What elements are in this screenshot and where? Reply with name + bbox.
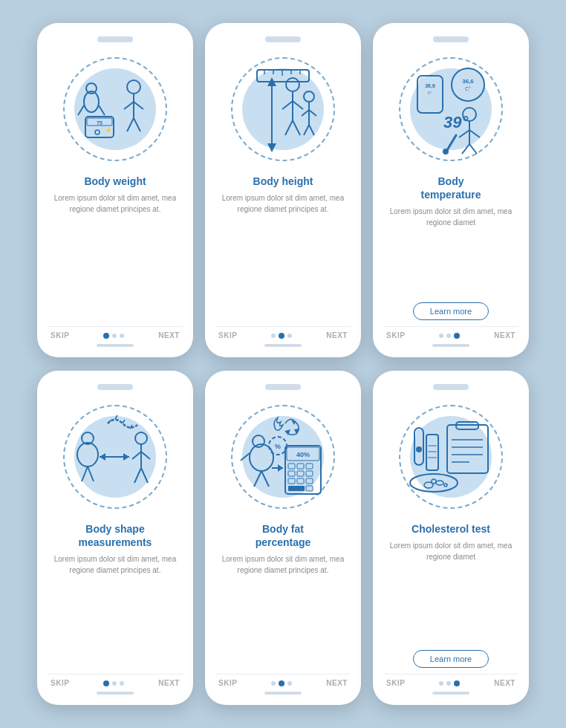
next-button-4[interactable]: NEXT [326, 679, 348, 687]
svg-point-9 [127, 80, 140, 94]
cholesterol-test-icon [403, 409, 499, 505]
svg-point-24 [286, 78, 299, 91]
icon-area-body-weight: 75 ⚡ [56, 50, 175, 169]
card-body-text-body-height: Lorem ipsum dolor sit dim amet, mea regi… [215, 192, 351, 326]
skip-button-4[interactable]: SKIP [218, 679, 237, 687]
svg-marker-64 [123, 453, 129, 461]
svg-line-86 [261, 471, 269, 487]
svg-line-54 [82, 467, 88, 481]
dots-1 [271, 333, 292, 339]
svg-rect-78 [288, 478, 295, 484]
skip-button-0[interactable]: SKIP [51, 331, 69, 339]
nav-bar-body-temperature: SKIP NEXT [383, 326, 518, 339]
svg-point-40 [452, 68, 484, 101]
dots-3 [103, 680, 124, 686]
svg-line-66 [115, 415, 117, 419]
learn-more-button-cholesterol[interactable]: Learn more [413, 650, 489, 668]
svg-rect-74 [306, 464, 313, 469]
nav-bar-body-shape: SKIP NEXT [48, 674, 183, 687]
svg-point-108 [410, 474, 458, 492]
dots-2 [439, 333, 460, 339]
card-body-shape: Body shape measurements Lorem ipsum dolo… [37, 371, 193, 705]
svg-text:36,6: 36,6 [425, 83, 435, 89]
dot-0-1 [112, 334, 117, 338]
dot-1-0 [271, 334, 276, 338]
svg-rect-77 [306, 471, 313, 476]
svg-line-61 [141, 468, 148, 483]
svg-line-11 [124, 102, 134, 109]
svg-line-29 [293, 120, 300, 135]
svg-text:%: % [275, 443, 281, 450]
svg-line-48 [469, 144, 477, 154]
icon-area-body-height [224, 50, 342, 169]
svg-line-47 [462, 144, 469, 154]
svg-text:40%: 40% [296, 451, 310, 458]
svg-line-13 [127, 118, 134, 131]
icon-area-cholesterol [391, 397, 510, 516]
svg-text:39°: 39° [443, 113, 468, 131]
dot-3-0 [103, 680, 109, 686]
card-body-height: Body height Lorem ipsum dolor sit dim am… [205, 23, 361, 357]
card-body-text-cholesterol: Lorem ipsum dolor sit dim amet, mea regi… [383, 540, 518, 646]
card-body-text-body-fat: Lorem ipsum dolor sit dim amet, mea regi… [215, 553, 351, 674]
card-body-text-body-weight: Lorem ipsum dolor sit dim amet, mea regi… [48, 192, 183, 326]
body-height-icon [235, 61, 331, 157]
svg-marker-89 [278, 464, 283, 472]
nav-bar-body-fat: SKIP NEXT [215, 674, 351, 687]
card-grid: 75 ⚡ Body weight Lorem ipsum dolor sit d… [22, 8, 544, 720]
next-button-3[interactable]: NEXT [158, 679, 180, 687]
dot-3-2 [120, 681, 124, 686]
next-button-5[interactable]: NEXT [494, 679, 515, 687]
dot-0-2 [120, 334, 124, 338]
svg-point-53 [77, 443, 98, 467]
svg-point-110 [436, 481, 443, 485]
next-button-2[interactable]: NEXT [494, 331, 515, 339]
body-shape-icon [67, 409, 163, 505]
svg-line-58 [132, 452, 141, 459]
dot-3-1 [112, 681, 117, 686]
svg-line-7 [78, 105, 84, 115]
learn-more-button-temperature[interactable]: Learn more [413, 302, 489, 320]
next-button-1[interactable]: NEXT [326, 331, 348, 339]
svg-line-59 [141, 452, 150, 459]
card-body-text-body-temperature: Lorem ipsum dolor sit dim amet, mea regi… [383, 206, 518, 298]
card-body-weight: 75 ⚡ Body weight Lorem ipsum dolor sit d… [37, 23, 193, 357]
dot-5-2 [454, 680, 460, 686]
card-body-temperature: 36,6 C° 36,6 C° 39° Body temperatur [373, 23, 529, 357]
skip-button-1[interactable]: SKIP [218, 331, 237, 339]
dots-4 [271, 680, 292, 686]
svg-text:36,6: 36,6 [462, 78, 474, 85]
svg-line-60 [134, 468, 141, 483]
skip-button-5[interactable]: SKIP [386, 679, 405, 687]
card-cholesterol: Cholesterol test Lorem ipsum dolor sit d… [373, 371, 529, 705]
dot-1-2 [287, 334, 292, 338]
body-fat-icon: 40% [235, 409, 331, 505]
dot-4-0 [271, 681, 276, 686]
card-body-fat: 40% [205, 371, 361, 705]
dot-2-2 [454, 333, 460, 339]
svg-rect-75 [288, 471, 295, 476]
dot-2-0 [439, 334, 443, 338]
card-title-body-shape: Body shape measurements [79, 522, 152, 549]
svg-point-103 [416, 446, 422, 452]
skip-button-2[interactable]: SKIP [386, 331, 405, 339]
svg-line-12 [134, 102, 143, 109]
svg-line-50 [447, 135, 456, 150]
svg-text:C°: C° [428, 91, 433, 95]
dot-4-1 [279, 680, 284, 686]
dot-4-2 [287, 681, 292, 686]
svg-rect-73 [297, 464, 304, 469]
dot-1-1 [279, 333, 284, 339]
next-button-0[interactable]: NEXT [158, 331, 180, 339]
dot-0-0 [103, 333, 109, 339]
svg-rect-95 [447, 425, 488, 473]
svg-marker-23 [267, 143, 276, 152]
dot-5-1 [446, 681, 451, 686]
svg-rect-72 [288, 464, 295, 469]
svg-rect-104 [426, 435, 438, 470]
nav-bar-body-height: SKIP NEXT [215, 326, 351, 339]
svg-point-30 [304, 91, 314, 102]
card-title-cholesterol: Cholesterol test [412, 522, 490, 536]
skip-button-3[interactable]: SKIP [51, 679, 69, 687]
card-body-text-body-shape: Lorem ipsum dolor sit dim amet, mea regi… [48, 553, 183, 674]
